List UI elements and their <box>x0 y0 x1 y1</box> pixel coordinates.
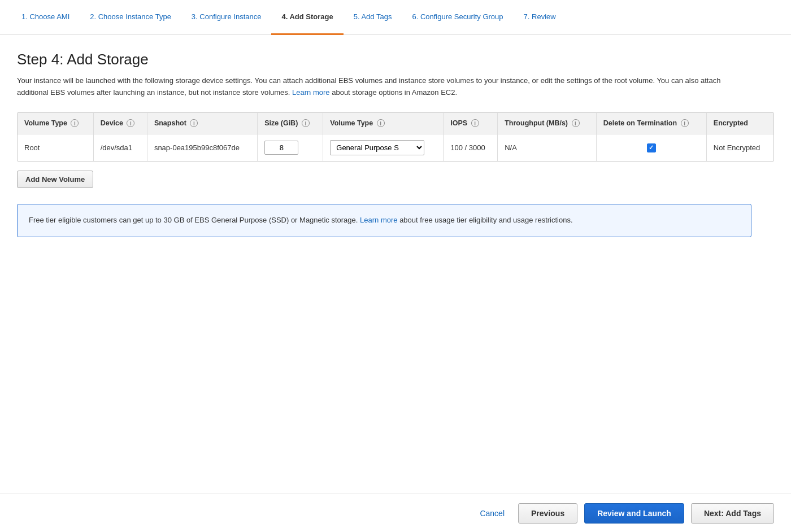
volume-type-col-header: Volume Type i <box>323 113 444 134</box>
learn-more-link[interactable]: Learn more <box>292 88 329 97</box>
volume-type-col-info-icon[interactable]: i <box>377 119 385 127</box>
device-cell: /dev/sda1 <box>93 134 147 162</box>
table-header-row: Volume Type i Device i Snapshot i Size (… <box>18 113 773 134</box>
nav-step-choose-ami[interactable]: 1. Choose AMI <box>11 0 80 35</box>
nav-step-choose-instance-type[interactable]: 2. Choose Instance Type <box>80 0 181 35</box>
previous-button[interactable]: Previous <box>518 503 577 524</box>
volume-type-cell: Root <box>18 134 93 162</box>
step-navigation: 1. Choose AMI 2. Choose Instance Type 3.… <box>0 0 791 35</box>
storage-table: Volume Type i Device i Snapshot i Size (… <box>18 113 773 162</box>
throughput-info-icon[interactable]: i <box>572 119 580 127</box>
delete-on-termination-checkbox[interactable] <box>647 143 656 152</box>
delete-on-termination-cell[interactable] <box>596 134 706 162</box>
delete-on-termination-header: Delete on Termination i <box>596 113 706 134</box>
iops-header: IOPS i <box>444 113 498 134</box>
review-and-launch-button[interactable]: Review and Launch <box>584 503 684 524</box>
volume-type-select-cell[interactable]: General Purpose S Provisioned IOPS SSD M… <box>323 134 444 162</box>
throughput-header: Throughput (MB/s) i <box>498 113 597 134</box>
next-add-tags-button[interactable]: Next: Add Tags <box>691 503 774 524</box>
page-description: Your instance will be launched with the … <box>17 75 751 99</box>
main-content: Step 4: Add Storage Your instance will b… <box>0 35 791 294</box>
device-info-icon[interactable]: i <box>127 119 134 127</box>
cancel-button[interactable]: Cancel <box>473 504 511 522</box>
encrypted-header: Encrypted <box>706 113 773 134</box>
delete-termination-info-icon[interactable]: i <box>681 119 689 127</box>
free-tier-info-box: Free tier eligible customers can get up … <box>17 204 751 237</box>
nav-step-review[interactable]: 7. Review <box>514 0 566 35</box>
size-input[interactable] <box>264 141 298 155</box>
volume-type-info-icon[interactable]: i <box>71 119 79 127</box>
size-cell[interactable] <box>258 134 323 162</box>
iops-cell: 100 / 3000 <box>444 134 498 162</box>
snapshot-header: Snapshot i <box>147 113 257 134</box>
add-new-volume-button[interactable]: Add New Volume <box>17 171 93 188</box>
storage-table-wrapper: Volume Type i Device i Snapshot i Size (… <box>17 112 774 162</box>
page-title: Step 4: Add Storage <box>17 51 774 68</box>
snapshot-info-icon[interactable]: i <box>190 119 198 127</box>
size-info-icon[interactable]: i <box>302 119 310 127</box>
volume-type-select[interactable]: General Purpose S Provisioned IOPS SSD M… <box>330 140 424 155</box>
throughput-cell: N/A <box>498 134 597 162</box>
nav-step-configure-security-group[interactable]: 6. Configure Security Group <box>402 0 513 35</box>
encrypted-cell: Not Encrypted <box>706 134 773 162</box>
footer: Cancel Previous Review and Launch Next: … <box>0 494 791 532</box>
snapshot-cell: snap-0ea195b99c8f067de <box>147 134 257 162</box>
nav-step-configure-instance[interactable]: 3. Configure Instance <box>181 0 272 35</box>
nav-step-add-tags[interactable]: 5. Add Tags <box>344 0 402 35</box>
nav-step-add-storage[interactable]: 4. Add Storage <box>271 0 343 35</box>
iops-info-icon[interactable]: i <box>471 119 479 127</box>
free-tier-learn-more-link[interactable]: Learn more <box>360 216 397 224</box>
table-row: Root /dev/sda1 snap-0ea195b99c8f067de Ge… <box>18 134 773 162</box>
volume-type-header: Volume Type i <box>18 113 93 134</box>
device-header: Device i <box>93 113 147 134</box>
size-header: Size (GiB) i <box>258 113 323 134</box>
